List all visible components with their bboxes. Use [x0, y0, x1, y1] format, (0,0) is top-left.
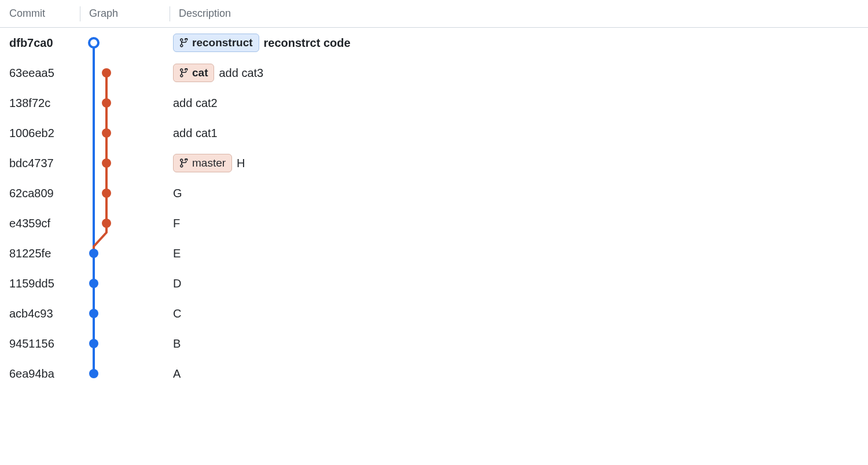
- branch-tag-label: master: [192, 157, 226, 169]
- description-cell: G: [170, 187, 868, 200]
- commit-hash[interactable]: 1159dd5: [0, 277, 80, 290]
- header-graph-label: Graph: [89, 8, 118, 19]
- graph-cell: [80, 118, 170, 148]
- branch-tag-master[interactable]: master: [173, 154, 232, 172]
- description-cell: A: [170, 367, 868, 381]
- commit-message[interactable]: A: [173, 367, 181, 381]
- commit-message[interactable]: H: [237, 157, 245, 170]
- branch-tag-cat[interactable]: cat: [173, 64, 214, 82]
- commit-message[interactable]: G: [173, 187, 182, 200]
- commit-message[interactable]: add cat2: [173, 97, 218, 110]
- graph-cell: [80, 329, 170, 359]
- git-log-view: Commit Graph Description dfb7ca0reconstr…: [0, 0, 868, 389]
- branch-tag-reconstruct[interactable]: reconstruct: [173, 34, 259, 52]
- commit-row[interactable]: 6ea94baA: [0, 359, 868, 389]
- branch-icon: [179, 158, 189, 168]
- commit-row[interactable]: e4359cfF: [0, 208, 868, 238]
- graph-cell: [80, 28, 170, 58]
- graph-cell: [80, 58, 170, 88]
- graph-cell: [80, 359, 170, 389]
- commit-hash[interactable]: acb4c93: [0, 307, 80, 320]
- commit-row[interactable]: 1159dd5D: [0, 268, 868, 298]
- header-description-label: Description: [179, 8, 231, 19]
- description-cell: masterH: [170, 154, 868, 172]
- description-cell: C: [170, 307, 868, 320]
- commit-message[interactable]: C: [173, 307, 181, 320]
- commit-message[interactable]: reconstrct code: [264, 36, 351, 50]
- header-row: Commit Graph Description: [0, 0, 868, 28]
- description-cell: E: [170, 247, 868, 260]
- commit-row[interactable]: 138f72cadd cat2: [0, 88, 868, 118]
- commit-hash[interactable]: 1006eb2: [0, 127, 80, 140]
- graph-cell: [80, 208, 170, 238]
- description-cell: add cat1: [170, 127, 868, 140]
- commit-message[interactable]: add cat3: [219, 67, 263, 80]
- graph-cell: [80, 88, 170, 118]
- branch-tag-label: cat: [192, 67, 208, 79]
- commit-row[interactable]: bdc4737masterH: [0, 148, 868, 178]
- graph-cell: [80, 178, 170, 208]
- header-description[interactable]: Description: [170, 8, 868, 20]
- commit-row[interactable]: acb4c93C: [0, 298, 868, 329]
- header-commit[interactable]: Commit: [0, 8, 80, 20]
- commit-row[interactable]: 63eeaa5catadd cat3: [0, 58, 868, 88]
- commit-hash[interactable]: 81225fe: [0, 247, 80, 260]
- commit-hash[interactable]: 63eeaa5: [0, 67, 80, 80]
- commit-message[interactable]: E: [173, 247, 181, 260]
- description-cell: F: [170, 217, 868, 230]
- branch-icon: [179, 38, 189, 47]
- graph-cell: [80, 268, 170, 298]
- branch-tag-label: reconstruct: [192, 36, 253, 49]
- commit-hash[interactable]: 9451156: [0, 337, 80, 350]
- branch-icon: [179, 68, 189, 78]
- description-cell: add cat2: [170, 97, 868, 110]
- commit-hash[interactable]: 62ca809: [0, 187, 80, 200]
- commit-hash[interactable]: dfb7ca0: [0, 36, 80, 50]
- divider: [80, 6, 80, 21]
- divider: [170, 6, 170, 21]
- graph-cell: [80, 298, 170, 329]
- description-cell: catadd cat3: [170, 64, 868, 82]
- commit-message[interactable]: add cat1: [173, 127, 218, 140]
- commit-hash[interactable]: bdc4737: [0, 157, 80, 170]
- commit-row[interactable]: 81225feE: [0, 238, 868, 268]
- commit-hash[interactable]: 138f72c: [0, 97, 80, 110]
- description-cell: reconstructreconstrct code: [170, 34, 868, 52]
- commit-hash[interactable]: e4359cf: [0, 217, 80, 230]
- commit-row[interactable]: 9451156B: [0, 329, 868, 359]
- commit-row[interactable]: 62ca809G: [0, 178, 868, 208]
- commit-row[interactable]: dfb7ca0reconstructreconstrct code: [0, 28, 868, 58]
- commit-hash[interactable]: 6ea94ba: [0, 367, 80, 381]
- commit-message[interactable]: D: [173, 277, 181, 290]
- header-graph[interactable]: Graph: [80, 8, 170, 20]
- commit-row[interactable]: 1006eb2add cat1: [0, 118, 868, 148]
- commit-list: dfb7ca0reconstructreconstrct code63eeaa5…: [0, 28, 868, 389]
- description-cell: D: [170, 277, 868, 290]
- graph-cell: [80, 238, 170, 268]
- graph-cell: [80, 148, 170, 178]
- commit-message[interactable]: F: [173, 217, 180, 230]
- description-cell: B: [170, 337, 868, 350]
- commit-message[interactable]: B: [173, 337, 181, 350]
